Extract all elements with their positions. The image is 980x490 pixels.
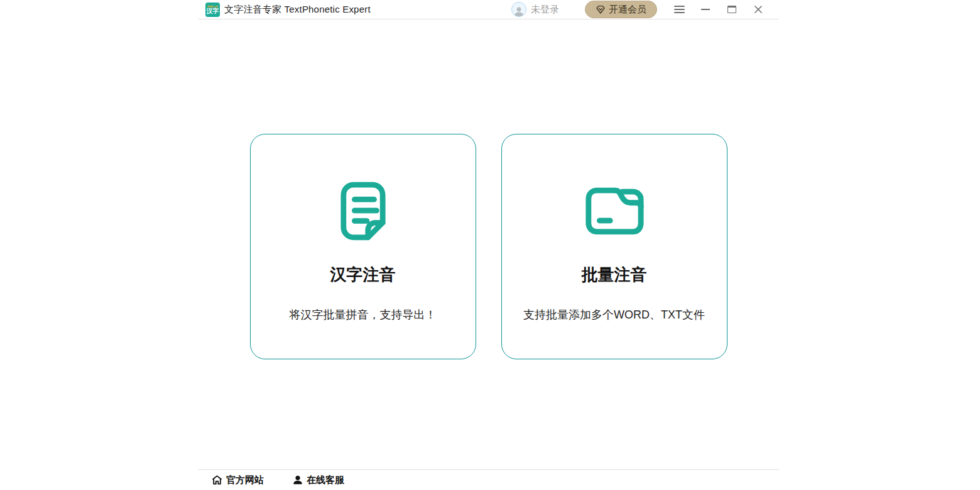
online-support-link[interactable]: 在线客服 [293,474,344,486]
home-icon [212,475,222,485]
online-support-label: 在线客服 [307,474,344,486]
app-title: 文字注音专家 TextPhonetic Expert [224,4,371,16]
login-label: 未登录 [531,4,559,16]
official-website-label: 官方网站 [226,474,264,486]
login-status[interactable]: 未登录 [511,2,559,17]
footer: 官方网站 在线客服 [198,469,779,490]
card-description: 将汉字批量拼音，支持导出！ [290,307,437,322]
card-title: 批量注音 [582,264,647,286]
menu-icon[interactable] [668,1,690,18]
maximize-button[interactable] [721,1,743,18]
close-button[interactable] [748,1,769,18]
main-area: 汉字注音 将汉字批量拼音，支持导出！ 批量注音 支持批量添加多个WORD、TXT… [198,134,779,359]
titlebar-left: hàn zì 汉字 文字注音专家 TextPhonetic Expert [205,3,371,17]
card-title: 汉字注音 [330,264,396,286]
vip-diamond-icon [596,4,606,14]
app-window: hàn zì 汉字 文字注音专家 TextPhonetic Expert 未登录 [198,0,779,490]
vip-membership-button[interactable]: 开通会员 [585,1,657,18]
avatar-icon [511,2,526,17]
app-logo-icon: hàn zì 汉字 [205,3,220,17]
titlebar: hàn zì 汉字 文字注音专家 TextPhonetic Expert 未登录 [198,0,779,19]
customer-service-icon [293,475,303,485]
card-description: 支持批量添加多个WORD、TXT文件 [523,307,705,322]
document-lines-icon [339,180,387,242]
card-hanzi-annotation[interactable]: 汉字注音 将汉字批量拼音，支持导出！ [250,134,476,359]
window-controls [663,1,769,18]
minimize-button[interactable] [695,1,716,18]
folder-icon [584,180,645,242]
titlebar-right: 未登录 开通会员 [511,1,769,18]
app-logo-hanzi: 汉字 [207,8,219,14]
card-batch-annotation[interactable]: 批量注音 支持批量添加多个WORD、TXT文件 [501,134,727,359]
official-website-link[interactable]: 官方网站 [212,474,264,486]
vip-button-label: 开通会员 [609,4,646,16]
